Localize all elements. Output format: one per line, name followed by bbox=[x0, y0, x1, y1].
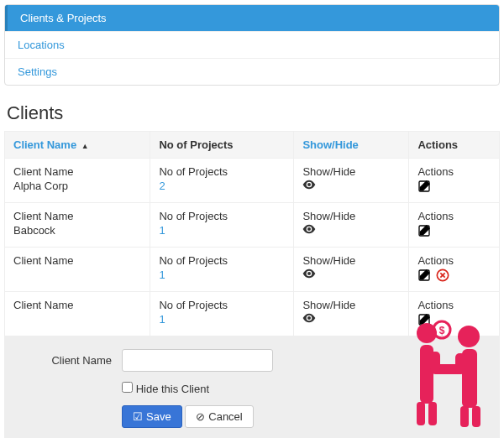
row-count-label: No of Projects bbox=[159, 299, 285, 311]
row-actions-label: Actions bbox=[417, 299, 491, 311]
row-actions-label: Actions bbox=[417, 254, 491, 267]
row-actions-label: Actions bbox=[417, 165, 491, 178]
nav-item-settings[interactable]: Settings bbox=[5, 58, 499, 85]
cancel-button-label: Cancel bbox=[208, 410, 242, 423]
nav-item-clients-projects[interactable]: Clients & Projects bbox=[5, 5, 499, 31]
row-count-label: No of Projects bbox=[159, 210, 285, 222]
cancel-button[interactable]: ⊘ Cancel bbox=[185, 405, 253, 428]
row-showhide-label: Show/Hide bbox=[302, 210, 400, 222]
hide-client-checkbox-label[interactable]: Hide this Client bbox=[122, 382, 209, 395]
save-button[interactable]: ☑ Save bbox=[122, 405, 182, 428]
row-actions-label: Actions bbox=[417, 210, 491, 222]
hide-client-checkbox[interactable] bbox=[122, 382, 133, 393]
row-count-label: No of Projects bbox=[159, 254, 285, 267]
check-icon: ☑ bbox=[133, 410, 143, 423]
row-showhide-label: Show/Hide bbox=[302, 165, 400, 178]
eye-icon[interactable] bbox=[302, 269, 400, 281]
row-client-label: Client Name bbox=[13, 210, 141, 222]
col-no-of-projects: No of Projects bbox=[150, 132, 294, 159]
row-project-count-link[interactable]: 1 bbox=[159, 224, 285, 237]
row-project-count-link[interactable]: 1 bbox=[159, 269, 285, 281]
nav-item-locations[interactable]: Locations bbox=[5, 31, 499, 58]
page-title: Clients bbox=[7, 102, 497, 124]
table-row: Client NameBabcockNo of Projects1Show/Hi… bbox=[5, 203, 500, 248]
row-showhide-label: Show/Hide bbox=[302, 254, 400, 267]
row-count-label: No of Projects bbox=[159, 165, 285, 178]
client-name-label: Client Name bbox=[13, 354, 122, 367]
row-project-count-link[interactable]: 1 bbox=[159, 313, 285, 326]
save-button-label: Save bbox=[146, 410, 171, 423]
table-row: Client NameNo of Projects1Show/HideActio… bbox=[5, 248, 500, 292]
col-client-name-label: Client Name bbox=[13, 138, 76, 151]
row-project-count-link[interactable]: 2 bbox=[159, 180, 285, 192]
col-actions: Actions bbox=[409, 132, 500, 159]
clients-table: Client Name ▲ No of Projects Show/Hide A… bbox=[4, 131, 500, 336]
table-row: Client NameAlpha CorpNo of Projects2Show… bbox=[5, 159, 500, 203]
col-show-hide[interactable]: Show/Hide bbox=[294, 132, 409, 159]
row-client-label: Client Name bbox=[13, 299, 141, 311]
row-showhide-label: Show/Hide bbox=[302, 299, 400, 311]
eye-icon[interactable] bbox=[302, 224, 400, 237]
hide-client-text: Hide this Client bbox=[136, 383, 209, 395]
eye-icon[interactable] bbox=[302, 313, 400, 326]
delete-icon[interactable] bbox=[436, 269, 449, 284]
edit-icon[interactable] bbox=[417, 313, 431, 329]
row-client-name: Alpha Corp bbox=[13, 180, 141, 192]
ban-icon: ⊘ bbox=[196, 410, 205, 423]
client-name-input[interactable] bbox=[122, 349, 273, 372]
col-client-name[interactable]: Client Name ▲ bbox=[5, 132, 150, 159]
edit-icon[interactable] bbox=[417, 269, 431, 284]
row-client-name: Babcock bbox=[13, 224, 141, 237]
table-row: Client NameNo of Projects1Show/HideActio… bbox=[5, 292, 500, 336]
sort-asc-icon: ▲ bbox=[81, 142, 89, 150]
edit-icon[interactable] bbox=[417, 224, 431, 240]
eye-icon[interactable] bbox=[302, 180, 400, 192]
row-client-label: Client Name bbox=[13, 254, 141, 267]
sidebar-nav: Clients & Projects Locations Settings bbox=[4, 4, 500, 86]
edit-icon[interactable] bbox=[417, 180, 431, 196]
row-client-label: Client Name bbox=[13, 165, 141, 178]
client-form: Client Name Hide this Client ☑ Save ⊘ Ca… bbox=[4, 336, 500, 438]
